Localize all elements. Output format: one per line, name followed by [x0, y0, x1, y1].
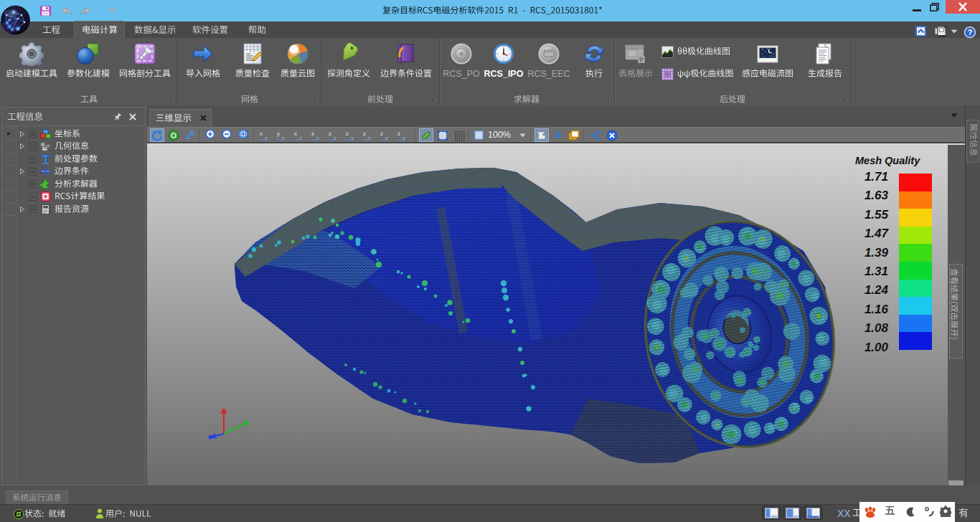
- svg-text:?: ?: [968, 28, 973, 37]
- svg-text:z: z: [397, 130, 400, 137]
- svg-text:x: x: [316, 135, 319, 141]
- svg-text:y: y: [277, 130, 280, 137]
- svg-text:z: z: [311, 130, 314, 137]
- svg-text:z: z: [329, 130, 331, 137]
- svg-text:x: x: [260, 130, 263, 137]
- svg-text:z: z: [299, 135, 302, 141]
- svg-text:y: y: [385, 135, 388, 141]
- svg-text:Mesh Quality: Mesh Quality: [855, 155, 920, 166]
- svg-text:y: y: [402, 135, 405, 141]
- svg-text:y: y: [334, 135, 336, 141]
- svg-text:x: x: [294, 130, 297, 137]
- svg-text:z: z: [363, 130, 366, 137]
- svg-text:x: x: [282, 135, 285, 141]
- svg-text:z: z: [346, 130, 349, 137]
- svg-text:z: z: [265, 135, 268, 141]
- svg-text:y: y: [351, 135, 354, 141]
- svg-text:z: z: [380, 130, 383, 137]
- svg-text:x: x: [368, 135, 371, 141]
